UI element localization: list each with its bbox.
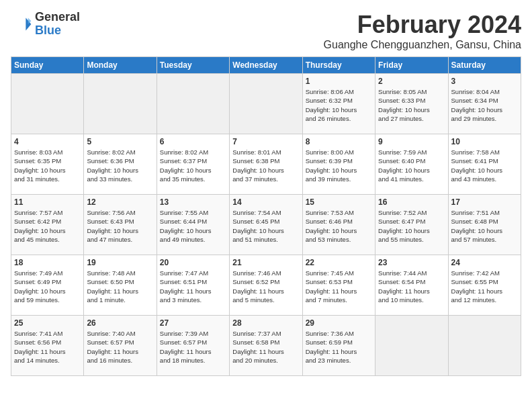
day-info: Sunrise: 8:00 AM Sunset: 6:39 PM Dayligh… [306, 148, 372, 183]
calendar-cell: 9Sunrise: 7:59 AM Sunset: 6:40 PM Daylig… [375, 134, 448, 195]
calendar-week: 11Sunrise: 7:57 AM Sunset: 6:42 PM Dayli… [11, 195, 521, 255]
calendar-cell: 18Sunrise: 7:49 AM Sunset: 6:49 PM Dayli… [11, 255, 84, 316]
header-day: Tuesday [157, 57, 229, 74]
day-info: Sunrise: 8:02 AM Sunset: 6:36 PM Dayligh… [87, 148, 153, 183]
day-info: Sunrise: 7:53 AM Sunset: 6:46 PM Dayligh… [306, 208, 372, 244]
calendar-cell: 19Sunrise: 7:48 AM Sunset: 6:50 PM Dayli… [84, 255, 157, 316]
day-number: 28 [232, 318, 299, 328]
logo: General Blue [11, 11, 80, 38]
day-info: Sunrise: 7:58 AM Sunset: 6:41 PM Dayligh… [451, 148, 518, 183]
title-section: February 2024 Guanghe Chengguanzhen, Gan… [324, 11, 521, 51]
calendar-week: 18Sunrise: 7:49 AM Sunset: 6:49 PM Dayli… [11, 255, 521, 316]
day-number: 8 [306, 137, 372, 146]
header-day: Sunday [11, 57, 84, 74]
calendar-cell [448, 316, 521, 376]
calendar-cell [84, 74, 157, 134]
day-number: 19 [87, 258, 153, 267]
day-info: Sunrise: 7:36 AM Sunset: 6:59 PM Dayligh… [306, 329, 372, 365]
calendar-cell: 5Sunrise: 8:02 AM Sunset: 6:36 PM Daylig… [84, 134, 157, 195]
logo-general-text: General [35, 10, 80, 24]
day-info: Sunrise: 8:04 AM Sunset: 6:34 PM Dayligh… [451, 87, 518, 123]
day-number: 25 [14, 318, 81, 328]
day-number: 2 [378, 77, 445, 86]
day-number: 14 [232, 197, 299, 207]
calendar-cell [375, 316, 448, 376]
header-day: Monday [84, 57, 157, 74]
calendar-cell: 20Sunrise: 7:47 AM Sunset: 6:51 PM Dayli… [157, 255, 229, 316]
calendar-week: 1Sunrise: 8:06 AM Sunset: 6:32 PM Daylig… [11, 74, 521, 134]
calendar-week: 25Sunrise: 7:41 AM Sunset: 6:56 PM Dayli… [11, 316, 521, 376]
calendar-header: SundayMondayTuesdayWednesdayThursdayFrid… [11, 57, 521, 74]
calendar-cell [157, 74, 229, 134]
day-number: 7 [232, 137, 299, 146]
page-header: General Blue February 2024 Guanghe Cheng… [11, 11, 521, 51]
day-number: 18 [14, 258, 81, 267]
day-number: 16 [378, 197, 445, 207]
day-info: Sunrise: 7:42 AM Sunset: 6:55 PM Dayligh… [451, 269, 518, 304]
day-info: Sunrise: 8:06 AM Sunset: 6:32 PM Dayligh… [306, 87, 372, 123]
day-number: 26 [87, 318, 153, 328]
calendar-cell: 12Sunrise: 7:56 AM Sunset: 6:43 PM Dayli… [84, 195, 157, 255]
day-info: Sunrise: 7:37 AM Sunset: 6:58 PM Dayligh… [232, 329, 299, 365]
day-number: 9 [378, 137, 445, 146]
day-number: 13 [160, 197, 226, 207]
logo-icon [11, 13, 32, 35]
calendar-subtitle: Guanghe Chengguanzhen, Gansu, China [324, 39, 521, 51]
calendar-week: 4Sunrise: 8:03 AM Sunset: 6:35 PM Daylig… [11, 134, 521, 195]
day-info: Sunrise: 7:51 AM Sunset: 6:48 PM Dayligh… [451, 208, 518, 244]
day-number: 6 [160, 137, 226, 146]
calendar-title: February 2024 [324, 11, 521, 39]
header-day: Friday [375, 57, 448, 74]
day-info: Sunrise: 7:54 AM Sunset: 6:45 PM Dayligh… [232, 208, 299, 244]
calendar-cell: 28Sunrise: 7:37 AM Sunset: 6:58 PM Dayli… [230, 316, 302, 376]
calendar-cell [11, 74, 84, 134]
calendar-cell: 26Sunrise: 7:40 AM Sunset: 6:57 PM Dayli… [84, 316, 157, 376]
calendar-cell: 25Sunrise: 7:41 AM Sunset: 6:56 PM Dayli… [11, 316, 84, 376]
calendar-cell: 29Sunrise: 7:36 AM Sunset: 6:59 PM Dayli… [302, 316, 375, 376]
calendar-cell: 24Sunrise: 7:42 AM Sunset: 6:55 PM Dayli… [448, 255, 521, 316]
calendar-cell [230, 74, 302, 134]
calendar-table: SundayMondayTuesdayWednesdayThursdayFrid… [11, 56, 521, 376]
day-number: 22 [306, 258, 372, 267]
day-number: 4 [14, 137, 81, 146]
calendar-cell: 27Sunrise: 7:39 AM Sunset: 6:57 PM Dayli… [157, 316, 229, 376]
day-info: Sunrise: 7:45 AM Sunset: 6:53 PM Dayligh… [306, 269, 372, 304]
logo-blue-text: Blue [35, 24, 61, 37]
day-info: Sunrise: 7:52 AM Sunset: 6:47 PM Dayligh… [378, 208, 445, 244]
calendar-cell: 1Sunrise: 8:06 AM Sunset: 6:32 PM Daylig… [302, 74, 375, 134]
day-info: Sunrise: 7:40 AM Sunset: 6:57 PM Dayligh… [87, 329, 153, 365]
day-info: Sunrise: 7:56 AM Sunset: 6:43 PM Dayligh… [87, 208, 153, 244]
day-info: Sunrise: 7:55 AM Sunset: 6:44 PM Dayligh… [160, 208, 226, 244]
day-info: Sunrise: 7:46 AM Sunset: 6:52 PM Dayligh… [232, 269, 299, 304]
day-info: Sunrise: 7:57 AM Sunset: 6:42 PM Dayligh… [14, 208, 81, 244]
calendar-cell: 10Sunrise: 7:58 AM Sunset: 6:41 PM Dayli… [448, 134, 521, 195]
calendar-cell: 3Sunrise: 8:04 AM Sunset: 6:34 PM Daylig… [448, 74, 521, 134]
day-info: Sunrise: 7:39 AM Sunset: 6:57 PM Dayligh… [160, 329, 226, 365]
calendar-body: 1Sunrise: 8:06 AM Sunset: 6:32 PM Daylig… [11, 74, 521, 376]
day-number: 12 [87, 197, 153, 207]
day-info: Sunrise: 7:48 AM Sunset: 6:50 PM Dayligh… [87, 269, 153, 304]
day-info: Sunrise: 7:49 AM Sunset: 6:49 PM Dayligh… [14, 269, 81, 304]
calendar-cell: 21Sunrise: 7:46 AM Sunset: 6:52 PM Dayli… [230, 255, 302, 316]
day-number: 21 [232, 258, 299, 267]
day-number: 1 [306, 77, 372, 86]
calendar-cell: 14Sunrise: 7:54 AM Sunset: 6:45 PM Dayli… [230, 195, 302, 255]
day-number: 10 [451, 137, 518, 146]
day-number: 17 [451, 197, 518, 207]
calendar-cell: 16Sunrise: 7:52 AM Sunset: 6:47 PM Dayli… [375, 195, 448, 255]
calendar-cell: 13Sunrise: 7:55 AM Sunset: 6:44 PM Dayli… [157, 195, 229, 255]
day-number: 23 [378, 258, 445, 267]
calendar-cell: 11Sunrise: 7:57 AM Sunset: 6:42 PM Dayli… [11, 195, 84, 255]
day-number: 11 [14, 197, 81, 207]
calendar-cell: 2Sunrise: 8:05 AM Sunset: 6:33 PM Daylig… [375, 74, 448, 134]
header-row: SundayMondayTuesdayWednesdayThursdayFrid… [11, 57, 521, 74]
day-info: Sunrise: 8:05 AM Sunset: 6:33 PM Dayligh… [378, 87, 445, 123]
calendar-cell: 6Sunrise: 8:02 AM Sunset: 6:37 PM Daylig… [157, 134, 229, 195]
day-number: 3 [451, 77, 518, 86]
day-info: Sunrise: 7:41 AM Sunset: 6:56 PM Dayligh… [14, 329, 81, 365]
calendar-cell: 8Sunrise: 8:00 AM Sunset: 6:39 PM Daylig… [302, 134, 375, 195]
calendar-cell: 17Sunrise: 7:51 AM Sunset: 6:48 PM Dayli… [448, 195, 521, 255]
day-info: Sunrise: 8:02 AM Sunset: 6:37 PM Dayligh… [160, 148, 226, 183]
day-info: Sunrise: 7:47 AM Sunset: 6:51 PM Dayligh… [160, 269, 226, 304]
header-day: Saturday [448, 57, 521, 74]
